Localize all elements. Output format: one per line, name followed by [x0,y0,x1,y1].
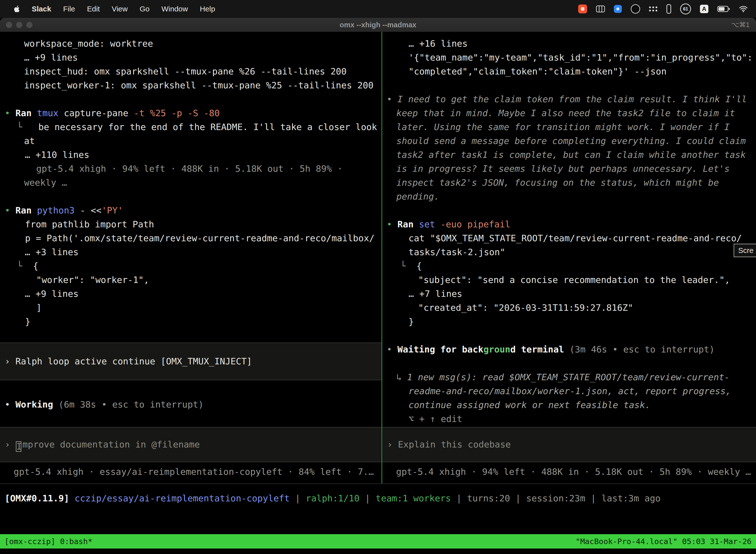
text-segment: … +16 lines [408,39,467,49]
text-segment: pending. [396,191,439,202]
percent-badge-value: 61 [683,6,688,12]
terminal-line: inspect task2's JSON, focusing on the st… [382,176,756,189]
prompt-input-right[interactable]: › Explain this codebase [382,427,756,462]
text-segment: inspect_worker-1: omx sparkshell --tmux-… [24,80,374,90]
text-segment: "subject": "send a concise recommendatio… [418,275,730,285]
terminal-line: └ { [382,259,756,273]
dots-grid-menu-icon[interactable] [649,6,657,12]
dark-circle-menu-icon[interactable] [631,4,640,14]
text-segment: turns:20 [467,493,510,503]
text-segment: ↳ [396,372,407,382]
terminal-line: "subject": "send a concise recommendatio… [382,273,756,287]
text-segment: weekly … [24,177,67,188]
prompt-input-left[interactable]: › Improve documentation in @filename [0,427,381,462]
terminal-line: › Ralph loop active continue [OMX_TMUX_I… [5,354,252,368]
blue-app-menu-icon[interactable] [614,5,622,13]
text-segment: capture-pane [64,108,134,118]
pane-divider[interactable] [381,32,382,484]
text-segment: Waiting for back [397,344,484,354]
menu-file[interactable]: File [57,5,81,13]
text-segment: mprove documentation in @filename [22,439,200,449]
blank-line [382,329,756,342]
text-segment: • [5,399,15,409]
omx-status-line: [OMX#0.11.9] cczip/essay/ai-reimplementa… [5,491,756,505]
close-button[interactable] [6,22,12,28]
text-segment: [OMX#0.11.9] [5,493,75,503]
terminal-line: keep that in mind. Maybe I also need the… [382,106,756,120]
menu-go[interactable]: Go [134,5,155,13]
text-segment: inspect_hud: omx sparkshell --tmux-pane … [24,66,346,76]
tmux-session-label: [omx-cczip] 0:bash* [4,537,92,546]
terminal-line: … +16 lines [382,37,756,51]
blank-line [0,92,381,106]
blank-line [0,189,381,204]
text-segment: … +110 lines [25,150,89,160]
menu-edit[interactable]: Edit [81,5,106,13]
zoom-button[interactable] [26,22,33,28]
pane-left-scrollback: workspace_mode: worktree… +9 linesinspec… [0,32,381,411]
text-segment: • [387,344,397,354]
text-segment: I need to get the claim token from the c… [397,94,747,104]
text-segment: later. Using the same for transition mig… [396,122,730,132]
pane-right[interactable]: … +16 lines'{"team_name":"my-team","task… [382,32,756,484]
wifi-icon[interactable] [739,6,748,12]
terminal-line: • Working (6m 38s • esc to interrupt) [0,398,381,411]
terminal-line: inspect_hud: omx sparkshell --tmux-pane … [0,64,381,78]
text-segment: … +9 lines [25,289,79,299]
terminal-line: … +9 lines [0,51,381,64]
text-segment: › [5,356,15,366]
input-source-icon[interactable]: A [700,5,708,13]
text-segment: ⌥ + ↑ edit [408,414,462,424]
text-segment: Ran [15,205,37,215]
terminal-line: "worker": "worker-1", [0,273,381,287]
terminal-line: cat "$OMX_TEAM_STATE_ROOT/team/review-cu… [382,231,756,245]
text-segment: (6m 38s • esc to interrupt) [59,399,204,409]
terminal-line: ↳ 1 new msg(s): read $OMX_TEAM_STATE_ROO… [382,370,756,384]
menu-view[interactable]: View [106,5,133,13]
text-segment: • [387,219,397,229]
text-segment: tasks/task-2.json" [408,247,505,257]
blank-line [382,356,756,370]
terminal-line: ] [0,301,381,315]
text-segment: › [5,439,15,449]
menu-help[interactable]: Help [194,5,221,13]
screen-share-tooltip: Scre [734,244,756,257]
text-segment: { [22,261,39,271]
blank-line [382,78,756,92]
apple-menu-icon[interactable] [8,5,26,13]
text-segment: groun [484,344,510,354]
text-segment: << [91,205,102,215]
terminal-line: pending. [382,189,756,204]
terminal-line: p = Path('.omx/state/team/review-current… [0,231,381,245]
text-segment: 'PY' [102,205,123,215]
text-segment: › [387,439,398,449]
terminal-line: "completed","claim_token":"claim-token"}… [382,64,756,78]
text-segment: d terminal [510,344,569,354]
active-app-name[interactable]: Slack [26,5,57,13]
screen-recording-icon[interactable] [578,4,587,13]
text-segment: from pathlib import Path [25,219,154,229]
text-segment: task2 after task1 is complete, but can I… [396,150,746,160]
menu-window[interactable]: Window [155,5,194,13]
terminal-line: readme-and-reco/mailbox/worker-1.json, a… [382,384,756,398]
queued-prompt-band: › Ralph loop active continue [OMX_TMUX_I… [0,342,381,380]
text-segment: └ [17,261,22,271]
pill-menu-icon[interactable] [667,4,671,14]
text-segment: } [408,317,414,327]
window-tiling-icon[interactable] [596,5,605,12]
terminal-line: from pathlib import Path [0,217,381,231]
text-segment: | [360,493,376,503]
prompt-input-left-content: › Improve documentation in @filename [5,438,200,451]
terminal-line: inspect_worker-1: omx sparkshell --tmux-… [0,78,381,92]
percent-badge-icon[interactable]: 61 [680,3,691,14]
terminal-line: later. Using the same for transition mig… [382,120,756,134]
pane-left[interactable]: workspace_mode: worktree… +9 linesinspec… [0,32,381,484]
window-titlebar[interactable]: omx --xhigh --madmax ⌥⌘1 [0,18,756,32]
minimize-button[interactable] [16,22,22,28]
text-segment: continue assigned work or next feasible … [408,400,650,410]
menu-bar: Slack FileEditViewGoWindowHelp 61 A [0,0,756,18]
terminal-line: '{"team_name":"my-team","task_id":"1","f… [382,51,756,64]
terminal-line: tasks/task-2.json" [382,245,756,259]
pane-bottom-border [0,484,756,484]
battery-icon[interactable] [717,5,730,12]
